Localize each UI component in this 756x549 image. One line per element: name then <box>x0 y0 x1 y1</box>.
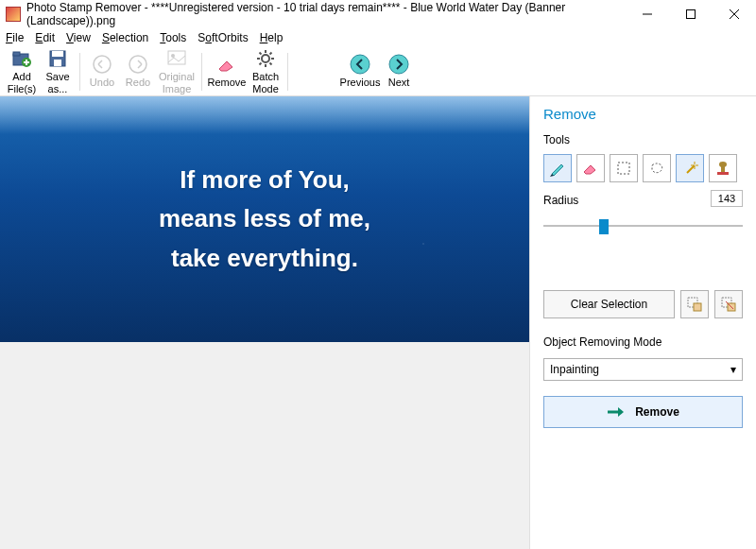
next-button[interactable]: Next <box>381 48 417 95</box>
svg-point-35 <box>719 162 727 167</box>
svg-point-12 <box>94 56 111 73</box>
menu-selection[interactable]: Selection <box>102 31 148 44</box>
eraser-tool[interactable] <box>576 154 605 182</box>
window-controls <box>626 0 756 28</box>
undo-icon <box>92 54 112 75</box>
remove-toolbar-button[interactable]: Remove <box>206 48 248 95</box>
svg-rect-33 <box>717 172 729 175</box>
svg-point-16 <box>262 55 269 62</box>
add-files-icon <box>11 48 32 69</box>
panel-title: Remove <box>543 106 743 122</box>
marker-tool[interactable] <box>543 154 572 182</box>
magic-wand-tool[interactable] <box>676 154 704 182</box>
canvas-area: If more of You, means less of me, take e… <box>0 96 529 549</box>
svg-rect-27 <box>618 163 629 174</box>
toolbar: Add File(s) Save as... Undo Redo Origina… <box>0 47 756 96</box>
menu-help[interactable]: Help <box>260 31 284 44</box>
svg-point-25 <box>351 55 369 74</box>
svg-line-24 <box>260 63 262 65</box>
app-icon <box>6 7 21 22</box>
window-title: Photo Stamp Remover - ****Unregistered v… <box>26 1 626 27</box>
radius-label: Radius <box>543 194 578 207</box>
svg-point-15 <box>171 54 175 58</box>
next-icon <box>388 54 409 75</box>
undo-button[interactable]: Undo <box>84 48 120 95</box>
redo-button[interactable]: Redo <box>120 48 156 95</box>
main-body: If more of You, means less of me, take e… <box>0 96 756 549</box>
previous-icon <box>350 54 370 75</box>
arrow-right-icon <box>607 406 626 418</box>
reselect-button[interactable] <box>714 290 743 318</box>
stamp-tool[interactable] <box>709 154 737 182</box>
title-bar: Photo Stamp Remover - ****Unregistered v… <box>0 0 756 28</box>
mode-select[interactable]: Inpainting ▾ <box>543 358 743 381</box>
maximize-button[interactable] <box>669 0 713 28</box>
add-files-button[interactable]: Add File(s) <box>4 48 40 95</box>
side-panel: Remove Tools Radius 143 Clear Selection … <box>529 96 756 549</box>
menu-edit[interactable]: Edit <box>35 31 55 44</box>
clear-selection-button[interactable]: Clear Selection <box>543 290 675 318</box>
svg-line-22 <box>270 63 272 65</box>
tools-row <box>543 154 743 182</box>
mode-label: Object Removing Mode <box>543 335 743 349</box>
menu-view[interactable]: View <box>66 31 91 44</box>
svg-rect-11 <box>54 60 61 66</box>
image-view[interactable]: If more of You, means less of me, take e… <box>0 96 529 342</box>
chevron-down-icon: ▾ <box>730 363 736 376</box>
save-icon <box>47 48 68 69</box>
svg-point-26 <box>389 55 408 74</box>
lasso-tool[interactable] <box>643 154 671 182</box>
eraser-icon <box>216 54 237 75</box>
menu-bar: File Edit View Selection Tools SoftOrbit… <box>0 28 756 47</box>
minimize-button[interactable] <box>626 0 669 28</box>
menu-file[interactable]: File <box>6 31 24 44</box>
svg-rect-5 <box>13 52 20 56</box>
radius-slider[interactable] <box>543 216 743 235</box>
close-button[interactable] <box>713 0 756 28</box>
slider-thumb[interactable] <box>599 219 609 234</box>
svg-point-13 <box>129 56 146 73</box>
tools-label: Tools <box>543 133 743 146</box>
gear-icon <box>255 48 276 69</box>
batch-mode-button[interactable]: Batch Mode <box>248 48 284 95</box>
menu-tools[interactable]: Tools <box>160 31 186 44</box>
svg-rect-10 <box>52 51 63 57</box>
menu-softorbits[interactable]: SoftOrbits <box>198 31 248 44</box>
svg-line-21 <box>260 53 262 55</box>
redo-icon <box>128 54 148 75</box>
deselect-button[interactable] <box>680 290 709 318</box>
previous-button[interactable]: Previous <box>339 48 381 95</box>
rect-select-tool[interactable] <box>610 154 638 182</box>
image-text-overlay: If more of You, means less of me, take e… <box>0 96 529 342</box>
svg-line-28 <box>687 165 695 173</box>
save-as-button[interactable]: Save as... <box>40 48 76 95</box>
original-image-button[interactable]: Original Image <box>156 48 198 95</box>
remove-button[interactable]: Remove <box>543 396 743 428</box>
svg-line-23 <box>270 53 272 55</box>
original-icon <box>166 48 187 69</box>
svg-rect-1 <box>687 10 696 19</box>
radius-value[interactable]: 143 <box>711 190 743 207</box>
svg-rect-37 <box>694 303 701 311</box>
